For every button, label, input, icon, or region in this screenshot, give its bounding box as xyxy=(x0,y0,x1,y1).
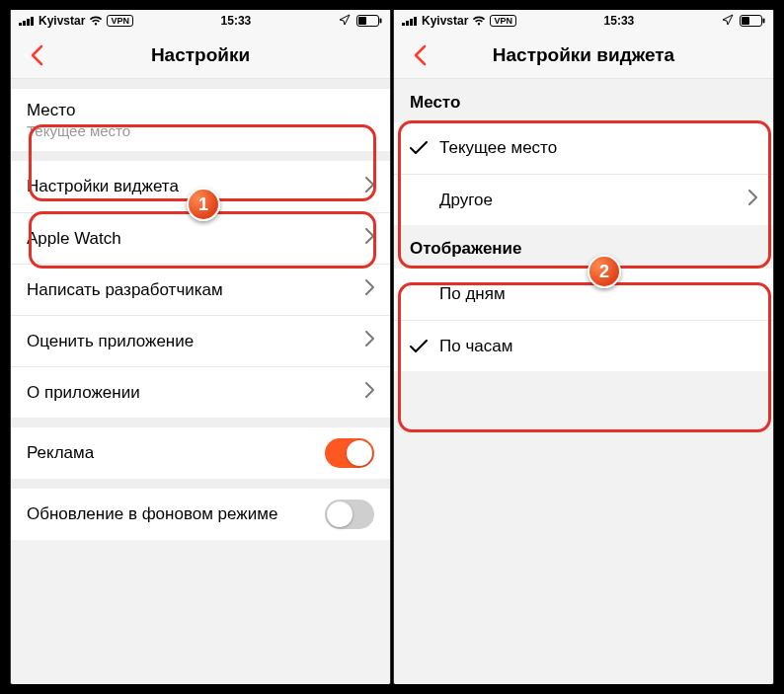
section-location-header: Место xyxy=(394,79,773,122)
location-arrow-icon xyxy=(722,14,734,29)
background-update-row: Обновление в фоновом режиме xyxy=(11,489,390,540)
status-bar: Kyivstar VPN 15:33 xyxy=(394,10,773,32)
svg-rect-3 xyxy=(31,17,34,26)
settings-content: Место Текущее место Настройки виджета Ap… xyxy=(11,79,390,684)
carrier-label: Kyivstar xyxy=(39,14,85,28)
svg-rect-10 xyxy=(414,17,417,26)
contact-developers-row[interactable]: Написать разработчикам xyxy=(11,264,390,315)
back-button[interactable] xyxy=(17,32,56,78)
battery-icon xyxy=(740,15,765,27)
wifi-icon xyxy=(89,16,103,26)
widget-settings-content: Место Текущее место Другое Отображение П… xyxy=(394,79,773,684)
vpn-badge: VPN xyxy=(107,15,133,27)
ads-toggle[interactable] xyxy=(325,438,374,468)
screen-widget-settings: Kyivstar VPN 15:33 Настройки виджета Мес… xyxy=(393,10,774,684)
nav-header: Настройки виджета xyxy=(394,32,773,79)
svg-rect-8 xyxy=(406,21,409,26)
svg-rect-7 xyxy=(402,23,405,26)
chevron-right-icon xyxy=(748,190,757,210)
status-time: 15:33 xyxy=(604,14,635,28)
location-value: Текущее место xyxy=(27,122,130,139)
status-time: 15:33 xyxy=(221,14,252,28)
location-row[interactable]: Место Текущее место xyxy=(11,89,390,151)
carrier-label: Kyivstar xyxy=(422,14,468,28)
nav-header: Настройки xyxy=(11,32,390,79)
rate-app-row[interactable]: Оценить приложение xyxy=(11,315,390,366)
step-badge-2: 2 xyxy=(588,255,621,288)
signal-icon xyxy=(19,16,35,26)
svg-rect-2 xyxy=(27,19,30,26)
vpn-badge: VPN xyxy=(490,15,516,27)
step-badge-1: 1 xyxy=(187,188,220,221)
page-title: Настройки xyxy=(151,44,250,66)
chevron-right-icon xyxy=(365,331,374,351)
option-current-location[interactable]: Текущее место xyxy=(394,122,773,174)
svg-rect-12 xyxy=(742,17,749,25)
svg-rect-1 xyxy=(23,21,26,26)
signal-icon xyxy=(402,16,418,26)
chevron-right-icon xyxy=(365,382,374,403)
page-title: Настройки виджета xyxy=(493,44,674,66)
about-app-row[interactable]: О приложении xyxy=(11,366,390,418)
svg-rect-9 xyxy=(410,19,413,26)
location-label: Место xyxy=(27,101,75,120)
battery-icon xyxy=(356,15,382,27)
option-by-days[interactable]: По дням xyxy=(394,269,773,320)
chevron-right-icon xyxy=(365,177,374,197)
svg-rect-0 xyxy=(19,23,22,26)
location-arrow-icon xyxy=(339,14,351,29)
wifi-icon xyxy=(472,16,486,26)
check-icon xyxy=(410,340,439,353)
svg-rect-5 xyxy=(358,17,366,25)
status-bar: Kyivstar VPN 15:33 xyxy=(11,10,390,32)
section-display-header: Отображение xyxy=(394,225,773,269)
back-button[interactable] xyxy=(400,32,439,78)
chevron-right-icon xyxy=(365,228,374,249)
ads-row: Реклама xyxy=(11,427,390,479)
background-toggle[interactable] xyxy=(325,500,374,529)
option-by-hours[interactable]: По часам xyxy=(394,320,773,371)
svg-rect-13 xyxy=(763,19,765,24)
screen-settings: Kyivstar VPN 15:33 Настройки Место Тек xyxy=(10,10,391,684)
check-icon xyxy=(410,141,439,155)
chevron-right-icon xyxy=(365,279,374,300)
option-other-location[interactable]: Другое xyxy=(394,174,773,225)
svg-rect-6 xyxy=(380,19,382,24)
